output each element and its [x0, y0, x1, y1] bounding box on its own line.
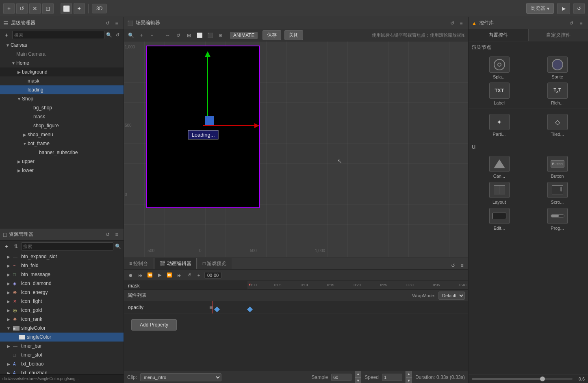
zoom-thumb[interactable]	[540, 376, 545, 381]
scene-tool-search[interactable]: 🔍	[126, 31, 135, 40]
add-button[interactable]: +	[3, 3, 15, 14]
control-tiled[interactable]: ◇ Tiled...	[530, 114, 585, 137]
asset-btn-fold[interactable]: ▶ ~ btn_fold	[0, 261, 124, 270]
tree-item-bot-frame[interactable]: ▼ bot_frame	[0, 139, 124, 148]
scene-canvas[interactable]: 1,000 500 0 -500 0 500 1,000	[124, 41, 468, 257]
tab-animation[interactable]: 🎬 动画编辑器	[154, 258, 196, 269]
control-editbox[interactable]: Edit...	[472, 208, 527, 231]
sample-input[interactable]	[331, 374, 351, 381]
control-canvas[interactable]: Can...	[472, 156, 527, 178]
control-layout[interactable]: Layout	[472, 182, 527, 205]
tree-item-upper[interactable]: ▶ upper	[0, 157, 124, 166]
tl-end-btn[interactable]: ⏭	[175, 271, 183, 279]
tab-builtin[interactable]: 内置控件	[469, 29, 529, 41]
sample-spin-up[interactable]: ▲	[355, 371, 361, 377]
assets-action2[interactable]: ≡	[113, 231, 120, 238]
asset-timer-bar[interactable]: ▶ — timer_bar	[0, 342, 124, 350]
tree-item-shop-menu[interactable]: ▶ shop_menu	[0, 130, 124, 139]
asset-btn-expand-slot[interactable]: ▶ — btn_expand_slot	[0, 252, 124, 261]
hierarchy-search-icon[interactable]: 🔍	[106, 32, 112, 38]
tree-item-canvas[interactable]: ▼ Canvas	[0, 41, 124, 50]
browser-button[interactable]: 浏览器 ▾	[526, 3, 554, 14]
tl-add-btn[interactable]: +	[195, 271, 203, 279]
control-button[interactable]: Button Button	[530, 156, 585, 178]
control-parti[interactable]: ✦ Parti...	[472, 114, 527, 137]
tree-item-shop-figure[interactable]: shop_figure	[0, 121, 124, 130]
asset-single-color[interactable]: ▼ ■ singleColor	[0, 324, 124, 333]
scene-tool-rotate[interactable]: ↺	[174, 31, 183, 40]
assets-action1[interactable]: ↺	[104, 231, 111, 238]
clip-select[interactable]: menu_intro	[140, 373, 221, 381]
asset-icon-gold[interactable]: ▶ ◎ icon_gold	[0, 306, 124, 315]
tab-preview[interactable]: □ 游戏预览	[197, 258, 232, 269]
tl-play-btn[interactable]: ▶	[156, 271, 164, 279]
tl-start-btn[interactable]: ⏮	[136, 271, 144, 279]
bottom-action1[interactable]: ↺	[449, 262, 457, 269]
tree-item-mask2[interactable]: mask	[0, 112, 124, 121]
play-button[interactable]: ▶	[557, 3, 570, 14]
scene-action2[interactable]: ≡	[458, 20, 465, 27]
move-button[interactable]: ✦	[74, 3, 85, 14]
tree-item-shop[interactable]: ▼ Shop	[0, 94, 124, 103]
close-button[interactable]: ✕	[29, 3, 41, 14]
hierarchy-action1[interactable]: ↺	[104, 20, 111, 27]
asset-txt-beibao[interactable]: ▶ A txt_beibao	[0, 359, 124, 368]
tree-item-bg-shop[interactable]: bg_shop	[0, 103, 124, 112]
refresh-button[interactable]: ↺	[16, 3, 28, 14]
speed-input[interactable]	[382, 374, 402, 381]
control-sprite[interactable]: Sprite	[530, 57, 585, 79]
assets-sort-btn[interactable]: ⇅	[12, 243, 20, 250]
wrapmode-select[interactable]: Default	[438, 292, 465, 300]
assets-search-input[interactable]	[21, 242, 113, 250]
track-mask[interactable]: mask	[124, 281, 247, 289]
asset-icon-fight[interactable]: ▶ ✕ icon_fight	[0, 297, 124, 306]
scene-action1[interactable]: ↺	[449, 20, 456, 27]
select-button[interactable]: ⬜	[61, 3, 72, 14]
tree-item-loading[interactable]: loading	[0, 85, 124, 94]
tree-item-lower[interactable]: ▶ lower	[0, 166, 124, 175]
scene-save-button[interactable]: 保存	[263, 30, 281, 40]
prop-diamond-end[interactable]	[247, 306, 253, 312]
tl-prev-btn[interactable]: ⏪	[146, 271, 154, 279]
zoom-slider[interactable]	[472, 378, 573, 380]
speed-spin-down[interactable]: ▼	[406, 377, 412, 383]
hierarchy-filter-icon[interactable]: ↺	[114, 31, 121, 39]
scene-close-button[interactable]: 关闭	[284, 30, 303, 40]
prop-diamond-start[interactable]	[214, 306, 220, 312]
tl-time-display[interactable]: 00-00	[204, 272, 221, 279]
hierarchy-search-input[interactable]	[12, 31, 104, 39]
scene-tool-move[interactable]: ↔	[163, 31, 172, 40]
3d-button[interactable]: 3D	[92, 4, 107, 13]
scene-tool-zoom-out[interactable]: -	[148, 31, 156, 40]
asset-icon-diamond[interactable]: ▶ ◈ icon_diamond	[0, 279, 124, 288]
add-property-button[interactable]: Add Property	[131, 319, 177, 331]
speed-spin-up[interactable]: ▲	[406, 371, 412, 377]
reload-button[interactable]: ↺	[573, 3, 585, 14]
control-label[interactable]: TXT Label	[472, 83, 527, 105]
asset-timer-slot[interactable]: □ timer_slot	[0, 350, 124, 359]
control-progress[interactable]: Prog...	[530, 208, 585, 231]
asset-icon-rank[interactable]: ▶ ❋ icon_rank	[0, 315, 124, 324]
tree-item-background[interactable]: ▶ background	[0, 67, 124, 76]
scene-tool-scale[interactable]: ⊞	[184, 31, 193, 40]
tree-item-mask[interactable]: mask	[0, 76, 124, 85]
scene-tool-6[interactable]: ⊕	[216, 31, 225, 40]
scene-tool-rect[interactable]: ⬜	[195, 31, 204, 40]
tl-next-btn[interactable]: ⏩	[165, 271, 174, 279]
tree-item-banner-subscribe[interactable]: banner_subscribe	[0, 148, 124, 157]
assets-search-icon[interactable]: 🔍	[115, 244, 121, 249]
scene-tool-zoom-in[interactable]: +	[137, 31, 146, 40]
tl-record-btn[interactable]: ⏺	[126, 271, 135, 279]
controls-action2[interactable]: ≡	[577, 20, 585, 27]
asset-icon-energy[interactable]: ▶ ❋ icon_energy	[0, 288, 124, 297]
control-splash[interactable]: Spla...	[472, 57, 527, 79]
assets-add-btn[interactable]: +	[2, 242, 11, 250]
hierarchy-add-btn[interactable]: +	[2, 31, 11, 39]
tab-custom[interactable]: 自定义控件	[529, 29, 588, 41]
tree-item-home[interactable]: ▼ Home	[0, 59, 124, 67]
asset-single-color-child[interactable]: □ singleColor	[0, 333, 124, 342]
bottom-action2[interactable]: ≡	[458, 262, 466, 269]
tl-loop-btn[interactable]: ↺	[185, 271, 193, 279]
asset-txt-chuzhan[interactable]: ▶ A txt_chuzhan	[0, 368, 124, 374]
scene-tool-5[interactable]: ⬛	[206, 31, 215, 40]
